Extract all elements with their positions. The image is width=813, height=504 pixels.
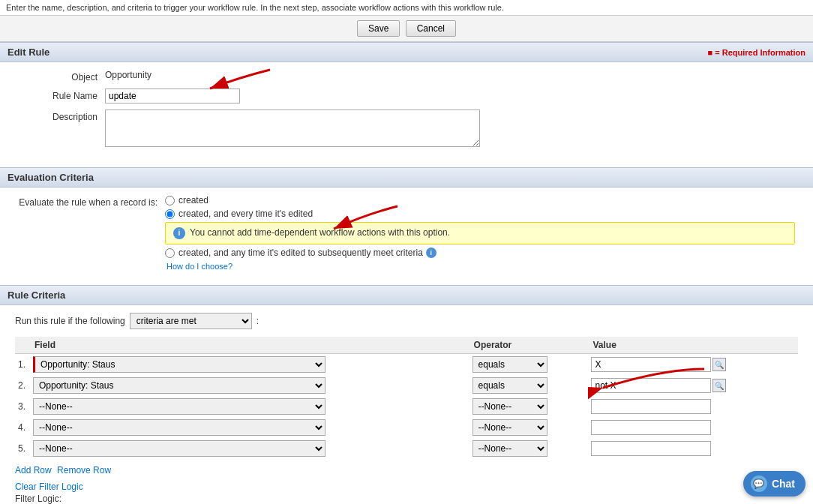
field-select[interactable]: --None--Opportunity: Staus: [33, 440, 326, 457]
eval-radio-created[interactable]: [165, 196, 175, 206]
eval-criteria-title: Evaluation Criteria: [8, 172, 94, 183]
required-info: ■ = Required Information: [708, 48, 806, 57]
info-icon: i: [173, 227, 185, 239]
table-row: 3.--None--Opportunity: Staus--None--equa…: [15, 396, 798, 417]
field-cell: --None--Opportunity: Staus: [30, 396, 470, 417]
eval-radio-created-edited[interactable]: [165, 209, 175, 219]
table-row: 2.--None--Opportunity: Staus--None--equa…: [15, 375, 798, 396]
lookup-button[interactable]: 🔍: [711, 357, 728, 372]
table-row: 1.--None--Opportunity: Staus--None--equa…: [15, 354, 798, 376]
table-row: 5.--None--Opportunity: Staus--None--equa…: [15, 438, 798, 459]
chat-bubble-icon: 💬: [751, 476, 767, 492]
run-prefix-text: Run this rule if the following: [15, 316, 125, 326]
value-input[interactable]: [591, 399, 711, 414]
operator-cell: --None--equalsnot equals: [470, 375, 589, 396]
field-cell: --None--Opportunity: Staus: [30, 417, 470, 438]
value-cell: 🔍: [588, 354, 798, 376]
top-instruction-bar: Enter the name, description, and criteri…: [0, 0, 813, 16]
operator-select[interactable]: --None--equalsnot equals: [472, 440, 548, 457]
operator-select[interactable]: --None--equalsnot equals: [472, 419, 548, 436]
description-input[interactable]: [105, 110, 480, 147]
eval-label-created-edited: created, and every time it's edited: [178, 208, 313, 219]
eval-criteria-body: Evaluate the rule when a record is: crea…: [0, 188, 813, 285]
operator-cell: --None--equalsnot equals: [470, 438, 589, 459]
remove-row-link[interactable]: Remove Row: [57, 465, 111, 476]
edit-rule-body: Object Opportunity Rule Name Description: [0, 62, 813, 167]
filter-logic-section: Clear Filter Logic Filter Logic: Tips ?: [15, 482, 798, 504]
value-input[interactable]: [591, 357, 711, 372]
info-text: You cannot add time-dependent workflow a…: [190, 227, 450, 238]
value-input[interactable]: [591, 378, 711, 393]
row-number: 1.: [15, 354, 30, 376]
add-row-link[interactable]: Add Row: [15, 465, 52, 476]
criteria-select[interactable]: criteria are met formula evaluates to tr…: [130, 313, 252, 329]
criteria-info-icon: i: [426, 248, 436, 258]
save-button[interactable]: Save: [357, 20, 400, 37]
field-cell: --None--Opportunity: Staus: [30, 375, 470, 396]
value-cell: [588, 417, 798, 438]
col-field-header: Field: [30, 337, 470, 354]
description-row: Description: [15, 110, 798, 149]
chat-widget[interactable]: 💬 Chat: [743, 471, 806, 496]
operator-cell: --None--equalsnot equals: [470, 354, 589, 376]
lookup-button[interactable]: 🔍: [711, 378, 728, 393]
eval-criteria-header: Evaluation Criteria: [0, 167, 813, 188]
field-select[interactable]: --None--Opportunity: Staus: [33, 356, 326, 373]
row-number: 5.: [15, 438, 30, 459]
filter-logic-label-text: Filter Logic:: [15, 494, 798, 504]
eval-radio-criteria[interactable]: [165, 248, 175, 258]
object-value-container: Opportunity: [105, 70, 798, 80]
criteria-rows: 1.--None--Opportunity: Staus--None--equa…: [15, 354, 798, 460]
row-number: 3.: [15, 396, 30, 417]
rule-criteria-header: Rule Criteria: [0, 285, 813, 305]
run-rule-row: Run this rule if the following criteria …: [15, 313, 798, 329]
value-input[interactable]: [591, 441, 711, 456]
col-value-header: Value: [588, 337, 798, 354]
toolbar: Save Cancel: [0, 16, 813, 42]
field-select[interactable]: --None--Opportunity: Staus: [33, 377, 326, 394]
field-select[interactable]: --None--Opportunity: Staus: [33, 398, 326, 415]
edit-rule-title: Edit Rule: [8, 46, 50, 58]
rule-criteria-title: Rule Criteria: [8, 290, 65, 301]
add-remove-row: Add Row Remove Row: [15, 465, 798, 476]
value-input[interactable]: [591, 420, 711, 435]
instruction-text: Enter the name, description, and criteri…: [6, 3, 504, 12]
cancel-button[interactable]: Cancel: [406, 20, 456, 37]
operator-cell: --None--equalsnot equals: [470, 396, 589, 417]
how-choose-row: How do I choose?: [165, 261, 798, 272]
rule-criteria-body: Run this rule if the following criteria …: [0, 305, 813, 504]
run-colon: :: [256, 316, 259, 326]
rule-name-row: Rule Name: [15, 88, 798, 104]
criteria-header-row: Field Operator Value: [15, 337, 798, 354]
eval-options-container: created created, and every time it's edi…: [165, 195, 798, 272]
eval-label-criteria: created, and any time it's edited to sub…: [178, 248, 423, 258]
table-row: 4.--None--Opportunity: Staus--None--equa…: [15, 417, 798, 438]
eval-question-label: Evaluate the rule when a record is:: [15, 195, 165, 209]
value-cell: [588, 396, 798, 417]
object-row: Object Opportunity: [15, 70, 798, 82]
description-value-container: [105, 110, 798, 149]
rule-name-input[interactable]: [105, 88, 240, 104]
clear-filter-link[interactable]: Clear Filter Logic: [15, 482, 798, 492]
criteria-table: Field Operator Value 1.--None--Opportuni…: [15, 337, 798, 459]
rule-name-label: Rule Name: [15, 88, 105, 101]
eval-label-created: created: [178, 195, 208, 206]
info-box: i You cannot add time-dependent workflow…: [165, 222, 795, 244]
rule-name-value-container: [105, 88, 798, 104]
description-label: Description: [15, 110, 105, 122]
eval-option-created-edited: created, and every time it's edited: [165, 208, 798, 219]
field-cell: --None--Opportunity: Staus: [30, 354, 470, 376]
object-value: Opportunity: [105, 68, 152, 80]
object-label: Object: [15, 70, 105, 82]
row-number: 2.: [15, 375, 30, 396]
operator-select[interactable]: --None--equalsnot equals: [472, 356, 548, 373]
how-choose-link[interactable]: How do I choose?: [166, 262, 232, 271]
operator-select[interactable]: --None--equalsnot equals: [472, 377, 548, 394]
operator-select[interactable]: --None--equalsnot equals: [472, 398, 548, 415]
field-select[interactable]: --None--Opportunity: Staus: [33, 419, 326, 436]
edit-rule-header: Edit Rule ■ = Required Information: [0, 42, 813, 62]
eval-option-criteria: created, and any time it's edited to sub…: [165, 248, 798, 258]
chat-label: Chat: [772, 478, 795, 490]
col-num-header: [15, 337, 30, 354]
value-cell: [588, 438, 798, 459]
